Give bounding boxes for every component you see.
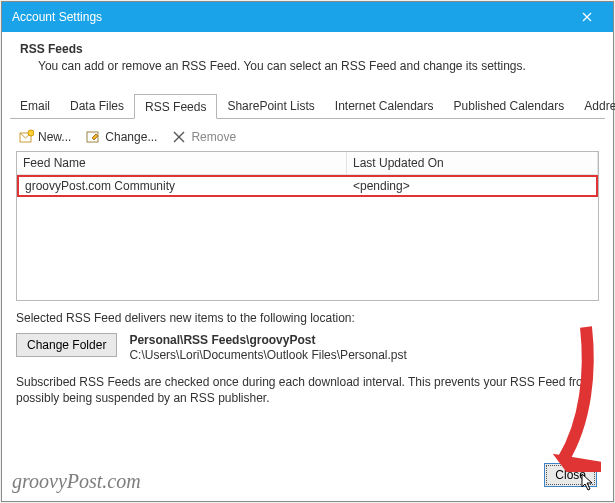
toolbar: New... Change... Remove bbox=[12, 125, 603, 149]
location-section: Selected RSS Feed delivers new items to … bbox=[16, 311, 599, 362]
remove-button[interactable]: Remove bbox=[171, 129, 236, 145]
tab-published-calendars[interactable]: Published Calendars bbox=[444, 94, 575, 119]
tabstrip: Email Data Files RSS Feeds SharePoint Li… bbox=[10, 93, 605, 119]
change-button[interactable]: Change... bbox=[85, 129, 157, 145]
watermark: groovyPost.com bbox=[12, 470, 141, 493]
new-label: New... bbox=[38, 130, 71, 144]
close-button[interactable]: Close bbox=[544, 463, 597, 487]
col-last-updated[interactable]: Last Updated On bbox=[347, 152, 598, 175]
header-subtitle: You can add or remove an RSS Feed. You c… bbox=[38, 59, 595, 73]
new-icon bbox=[18, 129, 34, 145]
header-title: RSS Feeds bbox=[20, 42, 595, 56]
change-folder-button[interactable]: Change Folder bbox=[16, 333, 117, 357]
close-icon bbox=[582, 12, 592, 22]
list-header: Feed Name Last Updated On bbox=[17, 152, 598, 175]
location-details: Personal\RSS Feeds\groovyPost C:\Users\L… bbox=[129, 333, 406, 362]
account-settings-window: Account Settings RSS Feeds You can add o… bbox=[1, 1, 614, 502]
location-intro: Selected RSS Feed delivers new items to … bbox=[16, 311, 599, 325]
remove-icon bbox=[171, 129, 187, 145]
tab-data-files[interactable]: Data Files bbox=[60, 94, 134, 119]
list-row[interactable]: groovyPost.com Community <pending> bbox=[17, 175, 598, 197]
window-title: Account Settings bbox=[12, 10, 102, 24]
titlebar: Account Settings bbox=[2, 2, 613, 32]
cell-feed-name: groovyPost.com Community bbox=[19, 177, 347, 195]
window-close-button[interactable] bbox=[567, 2, 607, 32]
tab-address-books[interactable]: Address Books bbox=[574, 94, 615, 119]
new-button[interactable]: New... bbox=[18, 129, 71, 145]
cell-last-updated: <pending> bbox=[347, 177, 596, 195]
tab-email[interactable]: Email bbox=[10, 94, 60, 119]
change-label: Change... bbox=[105, 130, 157, 144]
feed-list[interactable]: Feed Name Last Updated On groovyPost.com… bbox=[16, 151, 599, 301]
tab-rss-feeds[interactable]: RSS Feeds bbox=[134, 94, 217, 119]
dialog-footer: Close bbox=[544, 463, 597, 487]
col-feed-name[interactable]: Feed Name bbox=[17, 152, 347, 175]
change-icon bbox=[85, 129, 101, 145]
location-file-path: C:\Users\Lori\Documents\Outlook Files\Pe… bbox=[129, 348, 406, 362]
header: RSS Feeds You can add or remove an RSS F… bbox=[2, 32, 613, 81]
tab-sharepoint-lists[interactable]: SharePoint Lists bbox=[217, 94, 324, 119]
remove-label: Remove bbox=[191, 130, 236, 144]
subscription-note: Subscribed RSS Feeds are checked once du… bbox=[16, 374, 599, 406]
location-display-path: Personal\RSS Feeds\groovyPost bbox=[129, 333, 315, 347]
svg-point-1 bbox=[28, 130, 34, 136]
tab-internet-calendars[interactable]: Internet Calendars bbox=[325, 94, 444, 119]
